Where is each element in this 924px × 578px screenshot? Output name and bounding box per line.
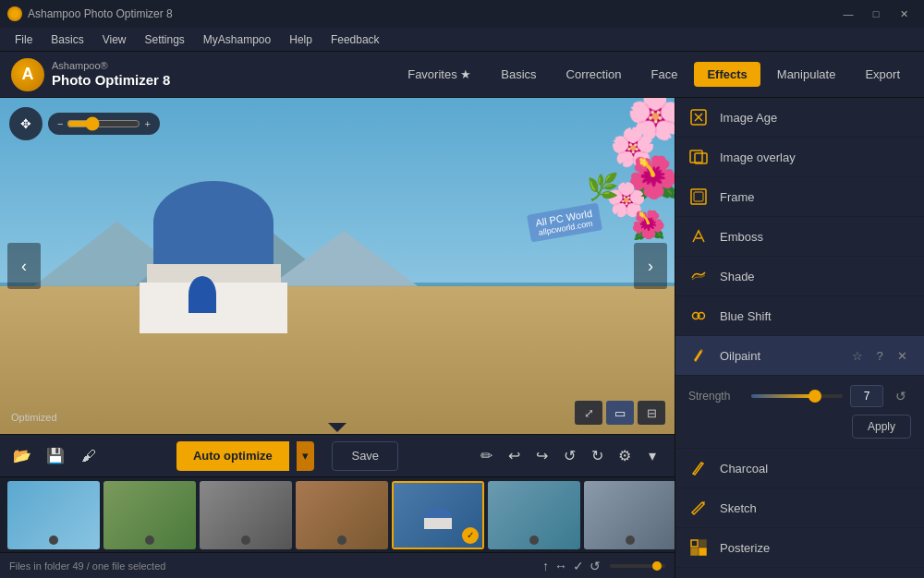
strength-slider-track[interactable]: [751, 394, 843, 398]
status-up-icon[interactable]: ↑: [542, 559, 549, 573]
save-file-icon[interactable]: 💾: [43, 443, 68, 469]
zoom-slider[interactable]: [67, 116, 140, 131]
frame-icon: [688, 187, 709, 207]
effect-shade[interactable]: Shade: [675, 257, 924, 296]
sketch-icon: [688, 498, 709, 518]
status-zoom-slider[interactable]: [610, 564, 665, 568]
svg-rect-14: [699, 540, 706, 547]
auto-optimize-dropdown[interactable]: ▾: [297, 441, 314, 471]
status-resize-icon[interactable]: ↔: [554, 559, 567, 573]
filmstrip-thumb-3[interactable]: [200, 481, 292, 549]
filmstrip-thumb-5[interactable]: ✓: [392, 481, 484, 549]
zoom-slider-wrap: − +: [48, 113, 160, 135]
svg-rect-6: [690, 151, 702, 163]
edit-tool-icon[interactable]: ✏: [473, 443, 499, 469]
left-panel: 🌸 🌸 🌺 🌸 🌺 🌿 All PC World allpcworld.com …: [0, 98, 675, 578]
image-overlay-label: Image overlay: [720, 151, 911, 164]
menubar: File Basics View Settings MyAshampoo Hel…: [0, 28, 924, 52]
image-age-icon: [688, 107, 709, 127]
minimize-button[interactable]: —: [835, 5, 861, 23]
logo-area: A Ashampoo® Photo Optimizer 8: [11, 58, 170, 91]
effect-charcoal[interactable]: Charcoal: [675, 449, 924, 488]
logo-icon: A: [11, 58, 44, 91]
single-view-button[interactable]: ▭: [606, 401, 634, 425]
nav-favorites[interactable]: Favorites ★: [395, 62, 484, 87]
nav-effects[interactable]: Effects: [694, 62, 760, 87]
effect-image-age[interactable]: Image Age: [675, 98, 924, 138]
next-photo-button[interactable]: ›: [634, 243, 667, 289]
rotate-right-icon[interactable]: ↻: [584, 443, 610, 469]
effect-image-overlay[interactable]: Image overlay: [675, 138, 924, 177]
brush-tool-icon[interactable]: 🖌: [76, 443, 102, 469]
close-button[interactable]: ✕: [891, 5, 917, 23]
oilpaint-close-button[interactable]: ✕: [893, 346, 911, 365]
emboss-icon: [688, 226, 709, 247]
posterize-label: Posterize: [720, 541, 911, 555]
more-icon[interactable]: ▾: [639, 443, 665, 469]
nav-face[interactable]: Face: [638, 62, 691, 87]
prev-photo-button[interactable]: ‹: [7, 243, 41, 289]
filmstrip-thumb-4[interactable]: [296, 481, 388, 549]
maximize-button[interactable]: □: [863, 5, 889, 23]
oilpaint-label: Oilpaint: [720, 349, 837, 363]
strength-label: Strength: [688, 390, 744, 403]
effect-frame[interactable]: Frame: [675, 177, 924, 217]
filmstrip-thumb-1[interactable]: [7, 481, 100, 549]
svg-rect-9: [694, 192, 703, 201]
nav-export[interactable]: Export: [852, 62, 913, 87]
split-view-button[interactable]: ⊟: [638, 401, 665, 425]
status-refresh-icon[interactable]: ↺: [590, 559, 601, 573]
effect-solarize[interactable]: Solarize: [675, 568, 924, 578]
rotate-left-icon[interactable]: ↺: [556, 443, 582, 469]
zoom-pan-button[interactable]: ✥: [9, 107, 43, 140]
expand-button[interactable]: ⤢: [575, 401, 602, 425]
menu-feedback[interactable]: Feedback: [323, 30, 387, 49]
strength-reset-button[interactable]: ↺: [891, 386, 911, 406]
menu-myashampoo[interactable]: MyAshampoo: [196, 30, 278, 49]
effect-emboss[interactable]: Emboss: [675, 217, 924, 257]
status-check-icon[interactable]: ✓: [573, 559, 584, 573]
filmstrip-thumb-6[interactable]: [488, 481, 580, 549]
zoom-plus[interactable]: +: [144, 118, 150, 129]
nav-basics[interactable]: Basics: [488, 62, 549, 87]
charcoal-icon: [688, 458, 709, 478]
menu-file[interactable]: File: [7, 30, 40, 49]
svg-rect-16: [699, 548, 706, 555]
menu-help[interactable]: Help: [282, 30, 320, 49]
oilpaint-apply-button[interactable]: Apply: [852, 415, 911, 439]
bottom-toolbar: 📂 💾 🖌 Auto optimize ▾ Save ✏ ↩ ↪ ↺ ↻ ⚙ ▾: [0, 434, 675, 476]
undo-icon[interactable]: ↩: [501, 443, 527, 469]
menu-basics[interactable]: Basics: [43, 30, 91, 49]
expand-strip-arrow: [328, 421, 346, 434]
sketch-label: Sketch: [720, 501, 911, 515]
filmstrip-thumb-7[interactable]: [584, 481, 675, 549]
oilpaint-help-button[interactable]: ?: [870, 346, 889, 365]
effect-posterize[interactable]: Posterize: [675, 528, 924, 568]
effect-blue-shift[interactable]: Blue Shift: [675, 296, 924, 336]
oilpaint-actions: ☆ ? ✕: [848, 346, 911, 365]
filmstrip-thumb-2[interactable]: [103, 481, 196, 549]
window-title: Ashampoo Photo Optimizer 8: [28, 7, 835, 20]
oilpaint-favorite-button[interactable]: ☆: [848, 346, 867, 365]
effect-oilpaint[interactable]: Oilpaint ☆ ? ✕: [675, 336, 924, 376]
menu-settings[interactable]: Settings: [137, 30, 191, 49]
settings-icon[interactable]: ⚙: [612, 443, 638, 469]
logo-text: Ashampoo® Photo Optimizer 8: [52, 60, 170, 89]
menu-view[interactable]: View: [95, 30, 134, 49]
nav-manipulate[interactable]: Manipulate: [764, 62, 849, 87]
zoom-minus[interactable]: −: [57, 118, 63, 129]
statusbar-icons: ↑ ↔ ✓ ↺: [542, 559, 601, 573]
strength-value[interactable]: 7: [850, 385, 883, 407]
header: A Ashampoo® Photo Optimizer 8 Favorites …: [0, 52, 924, 98]
nav-correction[interactable]: Correction: [553, 62, 635, 87]
strength-slider-thumb[interactable]: [808, 390, 821, 403]
auto-optimize-button[interactable]: Auto optimize: [176, 441, 289, 471]
save-button[interactable]: Save: [332, 441, 398, 471]
open-file-icon[interactable]: 📂: [9, 443, 35, 469]
effect-sketch[interactable]: Sketch: [675, 488, 924, 528]
strength-control-row: Strength 7 ↺: [688, 385, 911, 407]
nav-items: Favorites ★ Basics Correction Face Effec…: [395, 62, 913, 87]
redo-icon[interactable]: ↪: [529, 443, 554, 469]
svg-marker-0: [328, 423, 346, 432]
right-panel: Image Age Image overlay Frame Emboss: [675, 98, 924, 578]
